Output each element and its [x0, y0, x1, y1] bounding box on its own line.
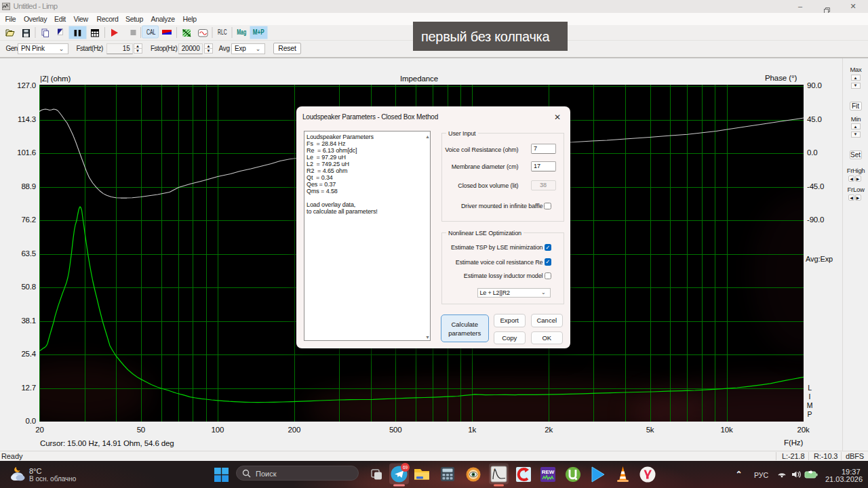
- svg-text:Mag: Mag: [237, 28, 246, 36]
- svg-text:M+P: M+P: [253, 28, 264, 36]
- svg-text:▲: ▲: [493, 467, 496, 471]
- svg-text:REW: REW: [542, 469, 555, 475]
- svg-text:69: 69: [403, 465, 408, 470]
- svg-text:RLC: RLC: [218, 28, 227, 36]
- svg-text:CAL: CAL: [146, 28, 156, 36]
